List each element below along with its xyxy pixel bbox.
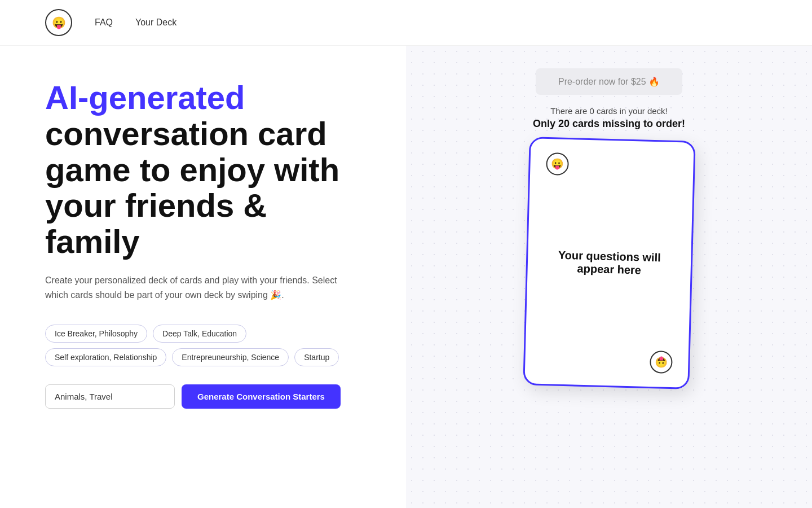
deck-missing-count: Only 20 cards missing to order! bbox=[533, 118, 685, 130]
card-logo-bottom-emoji: 😛 bbox=[655, 356, 668, 369]
card-logo-top-emoji: 😛 bbox=[551, 157, 564, 170]
card-logo-top: 😛 bbox=[546, 152, 569, 176]
nav-faq[interactable]: FAQ bbox=[95, 17, 113, 28]
preview-card: 😛 Your questions will appear here 😛 bbox=[523, 137, 695, 389]
headline-accent: AI-generated bbox=[45, 79, 245, 116]
subtitle: Create your personalized deck of cards a… bbox=[45, 273, 361, 302]
card-logo-bottom: 😛 bbox=[649, 351, 672, 374]
logo-emoji: 😛 bbox=[52, 16, 66, 29]
headline: AI-generated conversation card game to e… bbox=[45, 80, 361, 260]
tag-startup[interactable]: Startup bbox=[294, 348, 339, 366]
input-row: Generate Conversation Starters bbox=[45, 384, 361, 409]
headline-rest: conversation card game to enjoy with you… bbox=[45, 115, 339, 260]
preorder-button[interactable]: Pre-order now for $25 🔥 bbox=[536, 68, 682, 95]
right-content: Pre-order now for $25 🔥 There are 0 card… bbox=[406, 68, 812, 387]
tag-deeptalk[interactable]: Deep Talk, Education bbox=[153, 325, 246, 343]
right-panel: Pre-order now for $25 🔥 There are 0 card… bbox=[406, 46, 812, 508]
tag-icebreaker[interactable]: Ice Breaker, Philosophy bbox=[45, 325, 147, 343]
nav-your-deck[interactable]: Your Deck bbox=[135, 17, 176, 28]
logo[interactable]: 😛 bbox=[45, 9, 72, 36]
generate-button[interactable]: Generate Conversation Starters bbox=[182, 384, 341, 409]
card-question-text: Your questions will appear here bbox=[541, 175, 677, 351]
deck-info: There are 0 cards in your deck! Only 20 … bbox=[533, 106, 685, 130]
topic-input[interactable] bbox=[45, 384, 175, 409]
tag-selfexploration[interactable]: Self exploration, Relationship bbox=[45, 348, 166, 366]
main-layout: AI-generated conversation card game to e… bbox=[0, 46, 812, 508]
header: 😛 FAQ Your Deck bbox=[0, 0, 812, 46]
left-panel: AI-generated conversation card game to e… bbox=[0, 46, 406, 508]
tag-entrepreneurship[interactable]: Entrepreuneurship, Science bbox=[172, 348, 289, 366]
deck-cards-count: There are 0 cards in your deck! bbox=[533, 106, 685, 116]
tag-list: Ice Breaker, Philosophy Deep Talk, Educa… bbox=[45, 325, 361, 366]
